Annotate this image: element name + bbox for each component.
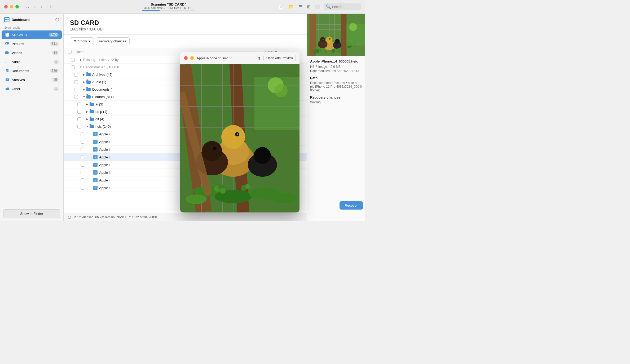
row-checkbox[interactable] xyxy=(77,103,81,106)
svg-point-41 xyxy=(313,50,317,54)
nav-buttons: ⌂ ‹ › xyxy=(24,3,45,11)
expand-icon[interactable] xyxy=(82,88,86,91)
expand-icon[interactable] xyxy=(85,117,89,121)
documents-icon xyxy=(5,68,10,73)
folder-icon xyxy=(86,73,91,76)
sidebar-item-count-other: 1 xyxy=(54,87,59,91)
folder-icon xyxy=(86,88,91,91)
recover-button[interactable]: Recover xyxy=(340,201,363,210)
minimize-button[interactable] xyxy=(10,5,13,8)
popup-image xyxy=(180,64,299,212)
list-view-button[interactable]: ☰ xyxy=(297,3,304,10)
folder-icon xyxy=(86,95,91,99)
folder-icon xyxy=(86,81,91,84)
recovery-chances-button[interactable]: recovery chances xyxy=(96,37,130,45)
folder-icon xyxy=(90,118,94,121)
sidebar-item-count-pictures: 811 xyxy=(50,42,59,46)
expand-icon[interactable] xyxy=(85,103,89,106)
folder-icon xyxy=(90,103,94,106)
row-checkbox[interactable] xyxy=(81,132,84,136)
pause-button[interactable]: ⏸ xyxy=(47,3,56,11)
progress-bar-fill xyxy=(142,10,160,11)
expand-icon[interactable] xyxy=(85,110,89,114)
select-all-checkbox[interactable] xyxy=(68,50,72,54)
svg-point-34 xyxy=(335,39,340,44)
expand-icon[interactable] xyxy=(82,73,86,77)
sidebar-item-count-sd-card: 1,7K xyxy=(49,33,59,37)
sidebar-item-label-videos: Videos xyxy=(12,51,50,55)
open-with-preview-button[interactable]: Open with Preview xyxy=(263,55,296,61)
grid-view-button[interactable]: ⊞ xyxy=(305,3,312,10)
row-checkbox[interactable] xyxy=(74,88,78,91)
sidebar-item-documents[interactable]: Documents 789 xyxy=(2,66,62,75)
date-modified-label: Date modified xyxy=(310,69,330,73)
titlebar: ⌂ ‹ › ⏸ Scanning "SD CARD" 34% complete … xyxy=(0,0,365,14)
svg-point-63 xyxy=(237,134,238,135)
sidebar-item-label-sd-card: SD CARD xyxy=(12,33,47,37)
row-checkbox[interactable] xyxy=(81,140,84,144)
sidebar-item-label-documents: Documents xyxy=(12,69,48,73)
back-button[interactable]: ‹ xyxy=(32,3,38,11)
close-button[interactable] xyxy=(4,5,8,8)
content-subtitle: 1661 files / 3,66 GB xyxy=(70,27,300,31)
row-checkbox[interactable] xyxy=(77,110,81,114)
home-button[interactable]: ⌂ xyxy=(24,3,31,11)
expand-icon[interactable] xyxy=(85,125,89,128)
svg-point-73 xyxy=(186,194,207,204)
row-checkbox[interactable] xyxy=(74,95,78,99)
svg-rect-1 xyxy=(6,33,7,34)
search-input[interactable] xyxy=(332,5,359,9)
sidebar-item-sd-card[interactable]: SD CARD 1,7K xyxy=(2,30,62,39)
svg-marker-7 xyxy=(8,52,9,54)
popup-close-button[interactable] xyxy=(184,56,188,60)
show-label: Show xyxy=(78,39,87,43)
expand-icon[interactable] xyxy=(82,80,86,84)
row-checkbox[interactable] xyxy=(74,80,78,84)
row-checkbox[interactable] xyxy=(71,58,75,62)
row-checkbox[interactable] xyxy=(81,178,84,182)
search-icon: 🔍 xyxy=(326,4,331,9)
svg-point-74 xyxy=(270,193,297,203)
panel-toggle-button[interactable]: ⬜ xyxy=(314,3,322,10)
forward-button[interactable]: › xyxy=(39,3,45,11)
expand-icon[interactable] xyxy=(79,65,83,69)
preview-filename: Apple iPhone...4_000005.heic xyxy=(310,59,362,63)
svg-point-38 xyxy=(323,38,324,39)
row-checkbox[interactable] xyxy=(81,171,84,174)
sidebar-item-other[interactable]: Other 1 xyxy=(2,85,62,93)
maximize-button[interactable] xyxy=(15,5,19,8)
archives-icon xyxy=(5,77,10,82)
progress-bar-container xyxy=(142,10,195,11)
preview-image xyxy=(307,14,365,56)
row-checkbox[interactable] xyxy=(71,65,75,69)
sidebar-item-audio[interactable]: ♪ Audio 1 xyxy=(2,57,62,66)
row-checkbox[interactable] xyxy=(81,155,84,159)
expand-icon[interactable] xyxy=(79,58,83,62)
row-checkbox[interactable] xyxy=(81,163,84,167)
svg-point-77 xyxy=(220,188,226,194)
row-checkbox[interactable] xyxy=(77,117,81,121)
svg-rect-13 xyxy=(6,79,9,81)
search-container: 🔍 xyxy=(324,3,361,10)
show-finder-button[interactable]: Show in Finder xyxy=(3,209,60,218)
row-checkbox[interactable] xyxy=(74,73,78,77)
title-section: Scanning "SD CARD" 34% complete – 1 661 … xyxy=(60,2,277,11)
row-checkbox[interactable] xyxy=(81,148,84,151)
sidebar-item-archives[interactable]: Archives 45 xyxy=(2,76,62,84)
scan-title: Scanning "SD CARD" xyxy=(60,2,277,6)
popup-minimize-button[interactable] xyxy=(190,56,194,60)
expand-icon[interactable] xyxy=(82,95,86,99)
row-checkbox[interactable] xyxy=(77,125,81,128)
sidebar-item-pictures[interactable]: Pictures 811 xyxy=(2,39,62,48)
right-panel: Apple iPhone...4_000005.heic HEIF Image … xyxy=(307,14,365,221)
popup-title: Apple iPhone 11 Pro.... xyxy=(197,56,255,60)
svg-text:♪: ♪ xyxy=(5,60,7,64)
loading-spinner xyxy=(55,18,59,21)
sidebar-item-videos[interactable]: Videos 14 xyxy=(2,48,62,57)
row-checkbox[interactable] xyxy=(81,186,84,190)
file-icon-button[interactable]: 📄 xyxy=(277,3,285,10)
filter-icon: ⚙ xyxy=(73,39,77,43)
folder-icon-button[interactable]: 📁 xyxy=(287,3,295,10)
popup-share-button[interactable]: ⬆ xyxy=(257,56,261,61)
show-filter-button[interactable]: ⚙ Show ▾ xyxy=(70,37,94,45)
